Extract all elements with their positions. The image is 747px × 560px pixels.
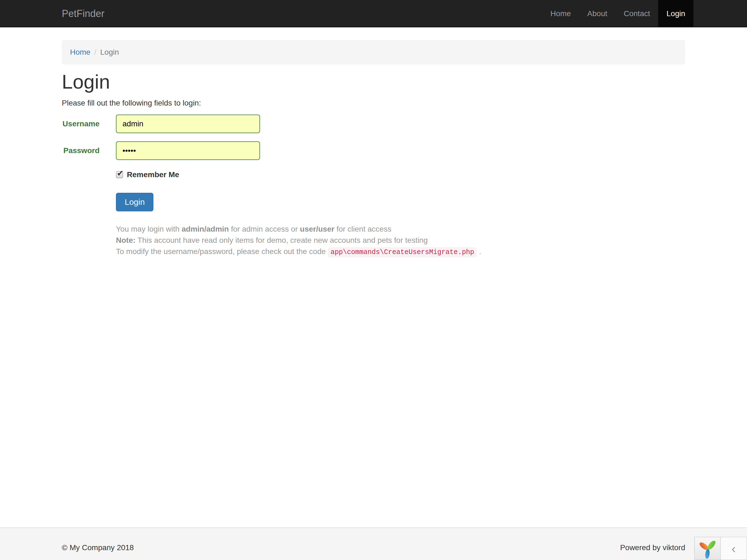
- login-form: Username Password ✔ Remember Me Login: [62, 114, 685, 211]
- chevron-left-icon: ‹: [731, 541, 736, 556]
- help-line-credentials: You may login with admin/admin for admin…: [116, 223, 685, 235]
- password-label: Password: [62, 146, 100, 155]
- username-form-group: Username: [62, 114, 685, 133]
- main-content: Home/Login Login Please fill out the fol…: [0, 27, 747, 528]
- remember-me-checkbox[interactable]: ✔: [116, 171, 123, 178]
- help-line-note: Note: This account have read only items …: [116, 235, 685, 246]
- checkmark-icon: ✔: [117, 169, 124, 177]
- main-nav: Home About Contact Login: [542, 0, 693, 27]
- note-label: Note:: [116, 236, 136, 245]
- login-help-text: You may login with admin/admin for admin…: [116, 223, 685, 258]
- user-credentials: user/user: [300, 225, 334, 233]
- help-text: .: [477, 247, 481, 256]
- page-footer: © My Company 2018 Powered by viktord: [0, 528, 747, 560]
- yii-logo-icon[interactable]: [694, 537, 721, 560]
- help-text: To modify the username/password, please …: [116, 247, 328, 256]
- debug-toolbar-expand-button[interactable]: ‹: [721, 537, 747, 560]
- login-intro-text: Please fill out the following fields to …: [62, 99, 685, 107]
- page-title: Login: [62, 71, 685, 93]
- admin-credentials: admin/admin: [182, 225, 229, 233]
- username-input[interactable]: [116, 114, 260, 133]
- remember-me-row: ✔ Remember Me: [116, 170, 685, 179]
- password-input[interactable]: [116, 142, 260, 160]
- brand-link[interactable]: PetFinder: [62, 0, 104, 27]
- help-line-code: To modify the username/password, please …: [116, 246, 685, 258]
- help-text: for client access: [334, 225, 391, 233]
- password-form-group: Password: [62, 142, 685, 160]
- note-text: This account have read only items for de…: [136, 236, 428, 245]
- nav-item-home[interactable]: Home: [542, 0, 579, 27]
- nav-item-about[interactable]: About: [579, 0, 616, 27]
- copyright-text: © My Company 2018: [62, 543, 134, 552]
- debug-toolbar: ‹: [694, 537, 747, 560]
- remember-me-label[interactable]: Remember Me: [127, 170, 179, 179]
- code-snippet: app\commands\CreateUsersMigrate.php: [328, 247, 477, 257]
- yii-flower-icon: [699, 538, 716, 559]
- powered-by-text: Powered by viktord: [620, 543, 685, 552]
- nav-item-contact[interactable]: Contact: [616, 0, 659, 27]
- username-label: Username: [62, 120, 100, 128]
- breadcrumb: Home/Login: [62, 40, 685, 65]
- breadcrumb-separator: /: [91, 48, 100, 56]
- breadcrumb-current: Login: [100, 48, 119, 56]
- help-text: You may login with: [116, 225, 182, 233]
- top-navbar: PetFinder Home About Contact Login: [0, 0, 747, 27]
- nav-item-login[interactable]: Login: [658, 0, 693, 27]
- breadcrumb-home-link[interactable]: Home: [70, 48, 91, 56]
- login-button[interactable]: Login: [116, 193, 153, 211]
- help-text: for admin access or: [229, 225, 300, 233]
